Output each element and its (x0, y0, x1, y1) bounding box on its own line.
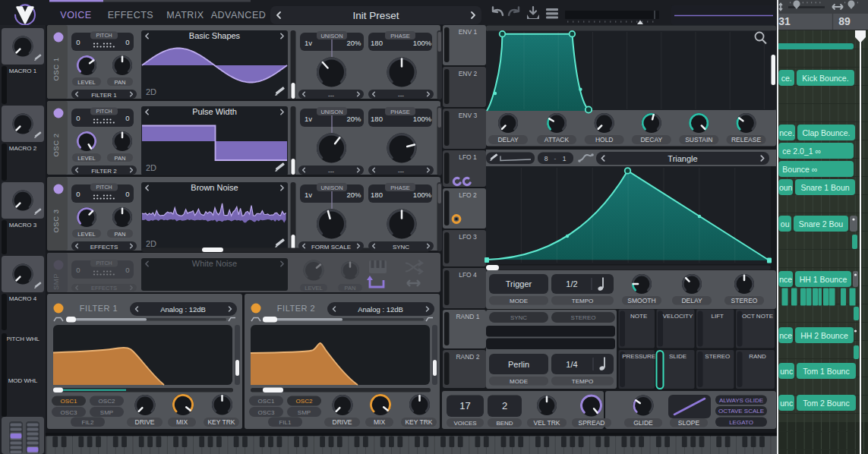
svg-text:PITCH: PITCH (96, 184, 112, 190)
svg-text:Basic Shapes: Basic Shapes (189, 31, 241, 40)
svg-text:FILTER 2: FILTER 2 (91, 168, 117, 175)
svg-text:DRIVE: DRIVE (135, 418, 155, 426)
svg-text:Pulse Width: Pulse Width (192, 107, 237, 116)
svg-text:nce.: nce. (779, 128, 794, 137)
svg-text:Kick Bounce.: Kick Bounce. (802, 74, 848, 83)
svg-text:MACRO 1: MACRO 1 (9, 68, 37, 74)
svg-text:HH 2 Bounce: HH 2 Bounce (800, 331, 848, 340)
svg-text:17: 17 (459, 400, 470, 411)
svg-text:1/4: 1/4 (566, 360, 577, 369)
svg-text:OSC2: OSC2 (296, 398, 313, 405)
svg-text:DELAY: DELAY (497, 136, 519, 143)
svg-text:SMP: SMP (298, 409, 311, 416)
svg-text:ce 2.0_1 ∞: ce 2.0_1 ∞ (782, 147, 821, 156)
svg-text:unc: unc (780, 399, 793, 408)
svg-text:MODE: MODE (510, 378, 528, 385)
svg-text:oun: oun (779, 183, 793, 192)
svg-text:RAND: RAND (749, 353, 766, 360)
svg-text:PHASE: PHASE (390, 33, 409, 39)
svg-text:---: --- (398, 168, 404, 175)
svg-text:MOD WHL: MOD WHL (8, 377, 38, 384)
svg-text:1v: 1v (305, 115, 312, 123)
svg-text:DECAY: DECAY (640, 136, 662, 143)
svg-text:EFFECTS: EFFECTS (108, 10, 153, 20)
svg-text:8: 8 (544, 155, 548, 162)
svg-text:KEY TRK: KEY TRK (405, 418, 432, 426)
svg-text:VOICE: VOICE (60, 10, 91, 20)
svg-text:DRIVE: DRIVE (333, 418, 352, 426)
svg-text:100%: 100% (413, 191, 432, 199)
svg-text:2D: 2D (146, 163, 156, 172)
svg-text:HOLD: HOLD (595, 136, 614, 143)
svg-text:0: 0 (125, 38, 129, 46)
svg-text:MIX: MIX (176, 418, 188, 426)
svg-text:2D: 2D (146, 87, 156, 96)
svg-text:LEVEL: LEVEL (305, 285, 322, 292)
svg-text:ALWAYS GLIDE: ALWAYS GLIDE (719, 397, 763, 404)
svg-text:Init Preset: Init Preset (353, 10, 399, 21)
svg-text:EFFECTS: EFFECTS (91, 285, 117, 292)
svg-text:Snare 2 Bou: Snare 2 Bou (799, 219, 844, 229)
svg-text:LEGATO: LEGATO (729, 419, 753, 426)
svg-text:PAN: PAN (115, 155, 126, 162)
svg-text:31: 31 (778, 15, 791, 27)
svg-text:MIX: MIX (374, 418, 385, 426)
svg-text:SMOOTH: SMOOTH (627, 297, 655, 304)
svg-text:89: 89 (838, 15, 851, 27)
svg-text:100%: 100% (413, 39, 432, 47)
svg-text:100%: 100% (413, 115, 432, 123)
svg-text:0: 0 (76, 114, 80, 122)
svg-text:OCTAVE SCALE: OCTAVE SCALE (718, 408, 764, 415)
svg-text:GLIDE: GLIDE (633, 419, 653, 427)
svg-text:RAND 1: RAND 1 (456, 313, 479, 320)
svg-text:180: 180 (371, 191, 383, 199)
svg-text:LFO 1: LFO 1 (459, 153, 477, 161)
svg-text:Analog : 12dB: Analog : 12dB (358, 305, 403, 314)
svg-text:SMP: SMP (52, 273, 60, 290)
svg-text:SMP: SMP (100, 409, 113, 416)
svg-text:FILTER 2: FILTER 2 (277, 304, 315, 313)
svg-text:ENV 1: ENV 1 (459, 28, 478, 36)
svg-text:SPREAD: SPREAD (579, 419, 605, 427)
svg-text:Tom 2 Bounc: Tom 2 Bounc (803, 399, 849, 408)
svg-text:1v: 1v (305, 39, 312, 47)
svg-text:STEREO: STEREO (705, 353, 730, 360)
svg-text:UNISON: UNISON (320, 184, 342, 191)
svg-text:PITCH: PITCH (96, 260, 112, 266)
svg-text:ce.: ce. (781, 74, 792, 83)
svg-text:---: --- (328, 168, 334, 175)
svg-text:PAN: PAN (345, 285, 356, 292)
svg-text:-: - (554, 155, 557, 162)
svg-text:Analog : 12dB: Analog : 12dB (160, 305, 206, 314)
svg-text:MATRIX: MATRIX (166, 10, 204, 20)
svg-text:0: 0 (125, 266, 129, 274)
svg-text:LIFT: LIFT (712, 313, 724, 320)
svg-text:UNISON: UNISON (320, 109, 342, 115)
svg-text:OSC 3: OSC 3 (52, 209, 60, 232)
svg-text:0: 0 (76, 266, 80, 274)
svg-text:OSC 2: OSC 2 (52, 133, 60, 156)
svg-text:PITCH: PITCH (96, 33, 112, 38)
svg-text:LFO 2: LFO 2 (459, 191, 477, 199)
svg-text:0: 0 (125, 114, 129, 122)
svg-text:ADVANCED: ADVANCED (211, 10, 267, 20)
svg-text:OSC1: OSC1 (258, 398, 275, 405)
svg-text:1/2: 1/2 (566, 279, 577, 288)
svg-text:VEL TRK: VEL TRK (534, 419, 560, 427)
svg-text:FIL2: FIL2 (81, 419, 94, 426)
svg-text:PHASE: PHASE (390, 109, 409, 115)
svg-text:2: 2 (502, 400, 507, 411)
svg-text:OSC1: OSC1 (61, 398, 77, 405)
svg-text:MODE: MODE (510, 298, 528, 304)
svg-text:PHASE: PHASE (390, 184, 409, 191)
svg-text:ou: ou (781, 219, 790, 229)
svg-text:OSC2: OSC2 (99, 398, 115, 405)
svg-text:nce: nce (779, 331, 792, 340)
svg-text:FILTER 1: FILTER 1 (91, 92, 117, 99)
svg-text:RELEASE: RELEASE (731, 136, 762, 143)
svg-text:White Noise: White Noise (192, 259, 237, 268)
svg-text:MACRO 4: MACRO 4 (9, 295, 37, 302)
svg-text:UNISON: UNISON (320, 33, 342, 39)
svg-text:LEVEL: LEVEL (77, 155, 95, 162)
svg-text:FORM SCALE: FORM SCALE (311, 244, 351, 251)
